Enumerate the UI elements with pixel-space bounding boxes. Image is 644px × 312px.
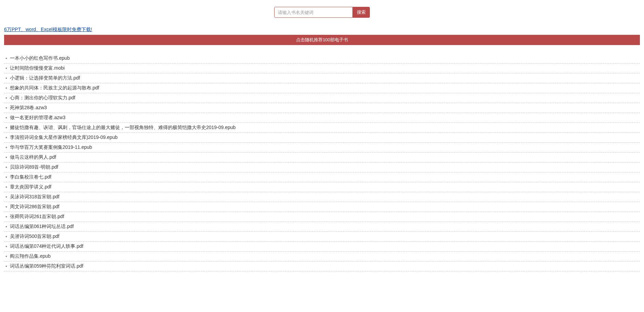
book-list-item[interactable]: 李清照诗词全集大星作家榜经典文库)2019-09.epub bbox=[4, 133, 640, 143]
book-list-item[interactable]: 词话丛编第074种近代词人轶事.pdf bbox=[4, 242, 640, 252]
book-list-item[interactable]: 赌徒恺撒有趣、诙谐、讽刺，官场仕途上的最大赌徒，一部视角独特、难得的极简恺撒大帝… bbox=[4, 123, 640, 133]
promo-link[interactable]: 6万PPT、word、Excel模板限时免费下载! bbox=[0, 25, 644, 35]
book-list: 一本小小的红色写作书.epub让时间陪你慢慢变富.mobi小逻辑：让选择变简单的… bbox=[4, 54, 640, 271]
book-list-item[interactable]: 张舜民诗词261首宋朝.pdf bbox=[4, 212, 640, 222]
random-recommend-banner[interactable]: 点击随机推荐100部电子书 bbox=[4, 35, 640, 45]
book-list-item[interactable]: 让时间陪你慢慢变富.mobi bbox=[4, 63, 640, 73]
book-list-item[interactable]: 一本小小的红色写作书.epub bbox=[4, 54, 640, 63]
search-bar: 搜索 bbox=[0, 0, 644, 25]
book-list-item[interactable]: 小逻辑：让选择变简单的方法.pdf bbox=[4, 73, 640, 83]
search-button[interactable]: 搜索 bbox=[353, 7, 370, 18]
book-list-item[interactable]: 想象的共同体：民族主义的起源与散布.pdf bbox=[4, 83, 640, 93]
book-list-item[interactable]: 词话丛编第061种词坛丛话.pdf bbox=[4, 222, 640, 232]
book-list-item[interactable]: 阎云翔作品集.epub bbox=[4, 252, 640, 261]
search-wrapper: 搜索 bbox=[274, 7, 370, 18]
book-list-item[interactable]: 贝琼诗词89首-明朝.pdf bbox=[4, 162, 640, 172]
book-list-item[interactable]: 吴泳诗词318首宋朝.pdf bbox=[4, 192, 640, 202]
book-list-item[interactable]: 心商：测出你的心理软实力.pdf bbox=[4, 93, 640, 103]
book-list-item[interactable]: 李白集校注卷七.pdf bbox=[4, 172, 640, 182]
book-list-item[interactable]: 死神第28卷.azw3 bbox=[4, 103, 640, 113]
book-list-item[interactable]: 做一名更好的管理者.azw3 bbox=[4, 113, 640, 123]
book-list-item[interactable]: 吴潜诗词500首宋朝.pdf bbox=[4, 232, 640, 242]
book-list-item[interactable]: 词话丛编第059种芬陀利室词话.pdf bbox=[4, 261, 640, 271]
book-list-item[interactable]: 章太炎国学讲义.pdf bbox=[4, 182, 640, 192]
book-list-item[interactable]: 做马云这样的男人.pdf bbox=[4, 153, 640, 162]
search-input[interactable] bbox=[274, 7, 353, 18]
book-list-item[interactable]: 周文诗词286首宋朝.pdf bbox=[4, 202, 640, 212]
book-list-item[interactable]: 华与华百万大奖赛案例集2019-11.epub bbox=[4, 143, 640, 153]
